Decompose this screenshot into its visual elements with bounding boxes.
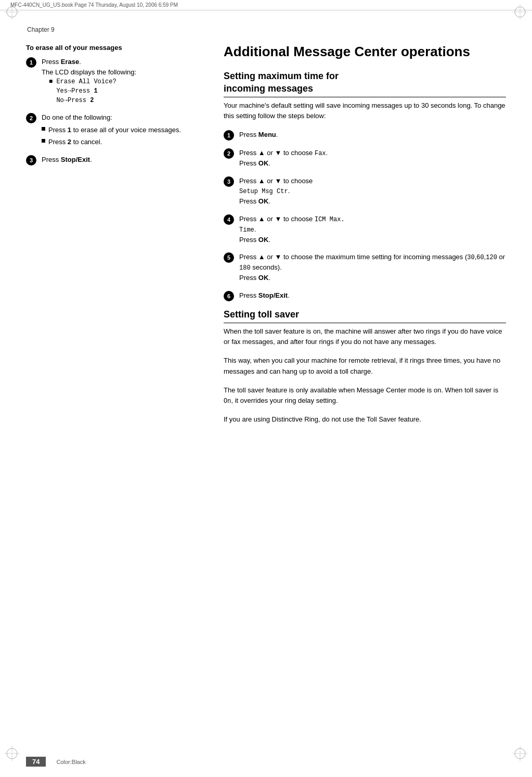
left-section-title: To erase all of your messages: [26, 44, 203, 52]
left-step-1-content: Press Erase. The LCD displays the follow…: [42, 57, 203, 105]
left-step-1-line2: The LCD displays the following:: [42, 67, 203, 78]
subsection-1-heading: Setting maximum time forincoming message…: [224, 70, 506, 97]
right-step-5-content: Press ▲ or ▼ to choose the maximum time …: [239, 252, 506, 283]
left-step-2-bullet2: Press 2 to cancel.: [42, 137, 203, 147]
left-step-3-content: Press Stop/Exit.: [42, 155, 203, 165]
page-number: 74: [26, 757, 46, 767]
left-step-1-line1: Press Erase.: [42, 57, 203, 67]
top-bar: MFC-440CN_UG_US.book Page 74 Thursday, A…: [0, 0, 532, 10]
left-step-1-mono2: Yes→Press 1: [42, 86, 203, 96]
bullet-icon-2: [42, 139, 45, 143]
right-step-circle-4: 4: [224, 214, 234, 225]
right-step-2-content: Press ▲ or ▼ to choose Fax. Press OK.: [239, 148, 506, 169]
right-step-5: 5 Press ▲ or ▼ to choose the maximum tim…: [224, 252, 506, 283]
right-step-6-content: Press Stop/Exit.: [239, 290, 506, 301]
page-container: MFC-440CN_UG_US.book Page 74 Thursday, A…: [0, 0, 532, 777]
right-step-4: 4 Press ▲ or ▼ to choose ICM Max.Time. P…: [224, 214, 506, 245]
subsection-2-para2: This way, when you call your machine for…: [224, 355, 506, 376]
left-step-2-bullet2-text: Press 2 to cancel.: [48, 137, 102, 147]
step-circle-3: 3: [26, 155, 36, 165]
main-heading: Additional Message Center operations: [224, 44, 506, 60]
right-step-circle-2: 2: [224, 148, 234, 159]
bottom-color-text: Color:Black: [56, 759, 85, 765]
right-step-6: 6 Press Stop/Exit.: [224, 290, 506, 301]
left-step-2-bullet1-text: Press 1 to erase all of your voice messa…: [48, 125, 181, 135]
left-step-1-mono1: ■ Erase All Voice?: [42, 77, 203, 86]
chapter-heading: Chapter 9: [26, 26, 506, 33]
right-step-1-content: Press Menu.: [239, 130, 506, 140]
left-column: To erase all of your messages 1 Press Er…: [26, 44, 203, 173]
page-content: Chapter 9 To erase all of your messages …: [0, 10, 532, 454]
subsection-2-para1: When the toll saver feature is on, the m…: [224, 326, 506, 347]
step-circle-1: 1: [26, 57, 36, 68]
subsection-1-body: Your machine's default setting will save…: [224, 100, 506, 121]
left-step-1-mono3: No→Press 2: [42, 96, 203, 105]
top-bar-text: MFC-440CN_UG_US.book Page 74 Thursday, A…: [10, 2, 178, 8]
bullet-icon-1: [42, 127, 45, 131]
left-step-2: 2 Do one of the following: Press 1 to er…: [26, 112, 203, 147]
right-step-circle-5: 5: [224, 252, 234, 263]
right-step-circle-6: 6: [224, 291, 234, 301]
left-step-2-content: Do one of the following: Press 1 to eras…: [42, 112, 203, 147]
right-step-circle-1: 1: [224, 130, 234, 141]
right-column: Additional Message Center operations Set…: [224, 44, 506, 434]
left-step-3-text: Press Stop/Exit.: [42, 156, 92, 163]
right-step-3: 3 Press ▲ or ▼ to choose Setup Msg Ctr. …: [224, 176, 506, 207]
right-step-circle-3: 3: [224, 176, 234, 187]
step-circle-2: 2: [26, 113, 36, 123]
left-step-1: 1 Press Erase. The LCD displays the foll…: [26, 57, 203, 105]
subsection-2-para3: The toll saver feature is only available…: [224, 385, 506, 406]
left-step-2-line1: Do one of the following:: [42, 112, 203, 123]
bottom-bar: 74 Color:Black: [0, 757, 532, 767]
left-step-3: 3 Press Stop/Exit.: [26, 155, 203, 165]
right-step-3-content: Press ▲ or ▼ to choose Setup Msg Ctr. Pr…: [239, 176, 506, 207]
two-col-layout: To erase all of your messages 1 Press Er…: [26, 44, 506, 434]
right-step-1: 1 Press Menu.: [224, 130, 506, 141]
right-step-2: 2 Press ▲ or ▼ to choose Fax. Press OK.: [224, 148, 506, 169]
subsection-2-heading: Setting toll saver: [224, 309, 506, 323]
subsection-2-para4: If you are using Distinctive Ring, do no…: [224, 414, 506, 425]
left-step-2-bullet1: Press 1 to erase all of your voice messa…: [42, 125, 203, 135]
main-heading-text: Additional Message Center operations: [224, 44, 470, 59]
right-step-4-content: Press ▲ or ▼ to choose ICM Max.Time. Pre…: [239, 214, 506, 245]
